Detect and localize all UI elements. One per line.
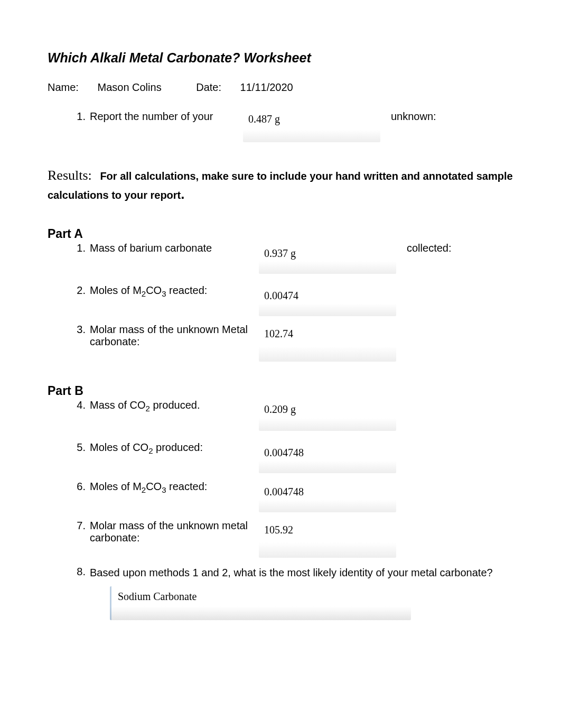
- pb-q5-answer[interactable]: 0.004748: [259, 441, 396, 473]
- pa-q3-answer[interactable]: 102.74: [259, 324, 396, 362]
- pa-q3-num: 3.: [69, 324, 86, 336]
- part-a-q1-row: 1. Mass of barium carbonate 0.937 g coll…: [69, 242, 513, 274]
- part-b-q8-block: 8. Based upon methods 1 and 2, what is t…: [69, 566, 513, 620]
- name-label: Name: Mason Colins: [48, 81, 177, 93]
- pa-q1-label: Mass of barium carbonate: [90, 242, 259, 254]
- pb-q7-num: 7.: [69, 520, 86, 532]
- pb-q4-num: 4.: [69, 399, 86, 411]
- part-b-q5-row: 5. Moles of CO2 produced: 0.004748: [69, 441, 513, 473]
- results-section: Results: For all calculations, make sure…: [48, 168, 513, 205]
- pa-q1-after: collected:: [407, 242, 452, 254]
- date-label: Date: 11/11/2020: [196, 81, 308, 93]
- pa-q1-num: 1.: [69, 242, 86, 254]
- pb-q6-num: 6.: [69, 481, 86, 493]
- pb-q8-num: 8.: [69, 566, 86, 578]
- pa-q2-answer[interactable]: 0.00474: [259, 284, 396, 316]
- pa-q1-answer[interactable]: 0.937 g: [259, 242, 396, 274]
- q1-after: unknown:: [391, 110, 436, 123]
- pb-q4-label: Mass of CO2 produced.: [90, 399, 259, 411]
- pb-q5-label: Moles of CO2 produced:: [90, 441, 259, 454]
- part-a-section: Part A 1. Mass of barium carbonate 0.937…: [48, 227, 513, 362]
- part-b-q7-row: 7. Molar mass of the unknown metal carbo…: [69, 520, 513, 558]
- part-b-section: Part B 4. Mass of CO2 produced. 0.209 g …: [48, 384, 513, 620]
- pb-q8-answer[interactable]: Sodium Carbonate: [110, 586, 411, 620]
- pa-q3-label: Molar mass of the unknown Metal carbonat…: [90, 324, 259, 348]
- q1-number: 1.: [69, 110, 86, 123]
- pa-q2-label: Moles of M2CO3 reacted:: [90, 284, 259, 297]
- part-a-heading: Part A: [48, 227, 513, 241]
- part-b-q4-row: 4. Mass of CO2 produced. 0.209 g: [69, 399, 513, 431]
- worksheet-title: Which Alkali Metal Carbonate? Worksheet: [48, 50, 513, 66]
- results-heading: Results:: [48, 168, 92, 183]
- question-1-row: 1. Report the number of your 0.487 g unk…: [69, 110, 513, 142]
- q1-label: Report the number of your: [90, 110, 243, 123]
- pa-q2-num: 2.: [69, 284, 86, 297]
- part-a-q2-row: 2. Moles of M2CO3 reacted: 0.00474: [69, 284, 513, 316]
- name-date-row: Name: Mason Colins Date: 11/11/2020: [48, 81, 513, 94]
- pb-q7-label: Molar mass of the unknown metal carbonat…: [90, 520, 259, 544]
- pb-q6-answer[interactable]: 0.004748: [259, 481, 396, 512]
- results-text: For all calculations, make sure to inclu…: [48, 170, 513, 201]
- pb-q7-answer[interactable]: 105.92: [259, 520, 396, 558]
- pb-q6-label: Moles of M2CO3 reacted:: [90, 481, 259, 493]
- part-b-heading: Part B: [48, 384, 513, 398]
- pb-q8-label: Based upon methods 1 and 2, what is the …: [90, 566, 493, 580]
- pb-q4-answer[interactable]: 0.209 g: [259, 399, 396, 431]
- q1-answer[interactable]: 0.487 g: [243, 110, 380, 142]
- pb-q5-num: 5.: [69, 441, 86, 454]
- part-a-q3-row: 3. Molar mass of the unknown Metal carbo…: [69, 324, 513, 362]
- part-b-q6-row: 6. Moles of M2CO3 reacted: 0.004748: [69, 481, 513, 512]
